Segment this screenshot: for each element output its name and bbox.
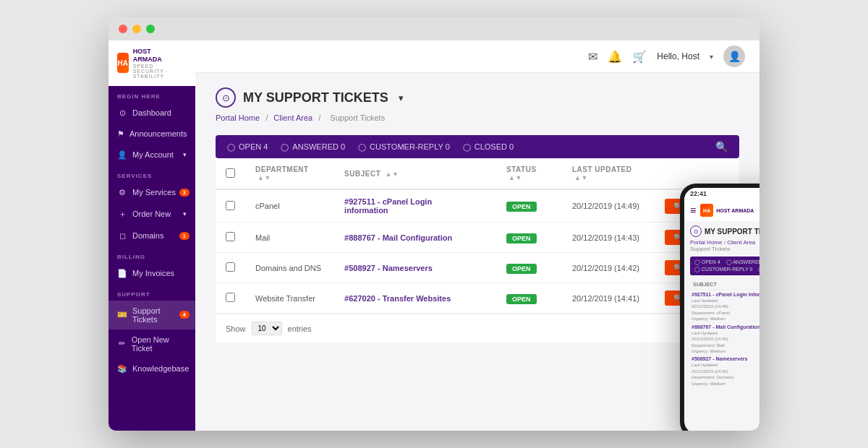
status-badge: Open (506, 233, 537, 244)
filter-customer-reply[interactable]: ◯ CUSTOMER-REPLY 0 (358, 142, 450, 151)
sidebar-item-label: Announcements (129, 129, 187, 138)
phone-ticket-meta: Last Updated:20/12/2019 (14:43)Departmen… (692, 330, 760, 355)
browser-window: HA HOSTARMADA SPEED · SECURITY · STABILI… (109, 17, 760, 431)
browser-titlebar (109, 17, 760, 40)
phone-ticket-subject: #508927 - Nameservers (692, 356, 760, 362)
select-all-checkbox[interactable] (226, 168, 235, 178)
ticket-subject-link[interactable]: #888767 - Mail Configuration (344, 233, 452, 242)
phone-filter-open[interactable]: ◯ OPEN 4 (694, 259, 720, 265)
ticket-subject-link[interactable]: #508927 - Nameservers (344, 264, 433, 272)
row-checkbox (216, 283, 245, 314)
phone-logo-icon: HA (700, 204, 713, 217)
phone-filter-customer-reply[interactable]: ◯ CUSTOMER-REPLY 0 (694, 267, 752, 272)
th-department: DEPARTMENT ▲▼ (245, 158, 334, 189)
page-content: ⊙ MY SUPPORT TICKETS ▾ Portal Home / Cli… (195, 73, 760, 431)
phone-ticket-row: #888767 - Mail Configuration Last Update… (692, 324, 760, 355)
sidebar-item-my-services[interactable]: ⚙ My Services 3 (109, 182, 195, 203)
sidebar-item-my-invoices[interactable]: 📄 My Invoices (109, 263, 195, 284)
th-checkbox (216, 158, 245, 189)
invoices-icon: 📄 (117, 269, 127, 278)
avatar[interactable]: 👤 (723, 46, 745, 67)
phone-page-title-icon: ⊙ (690, 225, 702, 237)
services-badge: 3 (179, 189, 190, 197)
row-department: Website Transfer (245, 283, 334, 314)
minimize-dot[interactable] (132, 25, 141, 33)
phone-content: ⊙ MY SUPPORT TICKETS ▾ Portal Home / Cli… (684, 221, 760, 392)
breadcrumb-portal-home[interactable]: Portal Home (216, 113, 260, 122)
phone-logo-text: HOST ARMADA (716, 208, 754, 213)
phone-filter-closed[interactable]: ◯ CLOSED 0 (758, 267, 760, 272)
filter-customer-reply-label: CUSTOMER-REPLY 0 (370, 142, 450, 151)
sidebar-item-order-new[interactable]: ＋ Order New ▾ (109, 203, 195, 225)
sidebar-item-domains[interactable]: ◻ Domains 1 (109, 225, 195, 246)
row-checkbox (216, 253, 245, 283)
ticket-subject-link[interactable]: #627020 - Transfer Websites (344, 294, 451, 303)
table-row: Domains and DNS #508927 - Nameservers Op… (216, 253, 739, 283)
filter-answered[interactable]: ◯ ANSWERED 0 (281, 142, 345, 151)
phone-time: 22:41 (684, 188, 760, 199)
phone-page-title-text: MY SUPPORT TICKETS (705, 228, 760, 236)
sidebar-item-label: Knowledgebase (132, 364, 189, 373)
sidebar-item-open-ticket[interactable]: ✏ Open New Ticket (109, 329, 195, 358)
breadcrumb-client-area[interactable]: Client Area (273, 113, 312, 122)
row-select-checkbox[interactable] (226, 232, 235, 241)
bell-icon[interactable]: 🔔 (608, 50, 622, 64)
phone-th-subject: SUBJECT (692, 280, 760, 290)
row-status: Open (496, 189, 562, 223)
phone-ticket-subject-cell: #888767 - Mail Configuration Last Update… (692, 324, 760, 355)
close-dot[interactable] (119, 25, 127, 33)
sidebar-item-my-account[interactable]: 👤 My Account ▾ (109, 145, 195, 165)
tickets-table: DEPARTMENT ▲▼ SUBJECT ▲▼ STATUS ▲▼ LAST … (216, 158, 739, 314)
row-empty (476, 189, 496, 223)
filter-answered-label: ANSWERED 0 (292, 142, 345, 151)
mail-icon[interactable]: ✉ (588, 50, 597, 64)
phone-container: 22:41 ≡ HA HOST ARMADA ⊙ MY SUPPORT TICK… (680, 184, 760, 431)
sidebar-item-announcements[interactable]: ⚑ Announcements (109, 124, 195, 145)
show-label: Show (226, 324, 246, 333)
services-icon: ⚙ (117, 188, 127, 197)
phone-hamburger-icon[interactable]: ≡ (690, 204, 696, 216)
phone-filter-answered[interactable]: ◯ ANSWERED 0 (726, 259, 760, 265)
status-badge: Open (506, 294, 537, 304)
sidebar: HA HOSTARMADA SPEED · SECURITY · STABILI… (109, 40, 195, 431)
chevron-right-icon: ▾ (183, 151, 187, 158)
sidebar-logo: HA HOSTARMADA SPEED · SECURITY · STABILI… (109, 40, 195, 86)
page-title-arrow[interactable]: ▾ (399, 92, 404, 103)
filter-closed-icon: ◯ (463, 143, 471, 151)
cart-icon[interactable]: 🛒 (632, 50, 647, 64)
row-select-checkbox[interactable] (226, 293, 235, 302)
open-ticket-icon: ✏ (117, 339, 127, 348)
phone-breadcrumb-portal[interactable]: Portal Home (690, 239, 722, 246)
row-checkbox (216, 223, 245, 253)
knowledgebase-icon: 📚 (117, 364, 127, 374)
filter-open-label: OPEN 4 (239, 142, 268, 151)
announcements-icon: ⚑ (117, 129, 124, 139)
row-last-updated: 20/12/2019 (14:41) (562, 283, 655, 314)
phone-breadcrumb: Portal Home / Client Area Support Ticket… (690, 239, 760, 252)
table-footer: Show 10 25 50 entries Pr... (216, 314, 739, 343)
maximize-dot[interactable] (146, 25, 155, 33)
status-badge: Open (506, 202, 537, 212)
row-select-checkbox[interactable] (226, 262, 235, 272)
topbar-greeting: Hello, Host (657, 51, 699, 61)
phone-topbar: ≡ HA HOST ARMADA (684, 199, 760, 221)
sidebar-item-knowledgebase[interactable]: 📚 Knowledgebase (109, 358, 195, 379)
domains-badge: 1 (179, 232, 190, 240)
status-badge: Open (506, 264, 537, 274)
ticket-subject-link[interactable]: #927511 - cPanel Login information (344, 197, 432, 215)
row-last-updated: 20/12/2019 (14:49) (562, 189, 655, 223)
per-page-select[interactable]: 10 25 50 (252, 322, 282, 335)
row-last-updated: 20/12/2019 (14:42) (562, 253, 655, 283)
filter-open[interactable]: ◯ OPEN 4 (227, 142, 268, 151)
row-select-checkbox[interactable] (226, 201, 235, 210)
sidebar-item-support-tickets[interactable]: 🎫 Support Tickets 4 (109, 301, 195, 329)
table-row: Website Transfer #627020 - Transfer Webs… (216, 283, 739, 314)
filter-closed[interactable]: ◯ CLOSED 0 (463, 142, 514, 151)
sidebar-item-dashboard[interactable]: ⊙ Dashboard (109, 103, 195, 124)
account-icon: 👤 (117, 150, 127, 160)
phone-ticket-meta: Last Updated:20/12/2019 (14:49)Departmen… (692, 298, 760, 322)
entries-label: entries (288, 324, 312, 333)
phone-breadcrumb-client[interactable]: Client Area (727, 239, 755, 246)
filter-search-button[interactable]: 🔍 (715, 141, 728, 152)
row-department: Mail (245, 223, 334, 253)
